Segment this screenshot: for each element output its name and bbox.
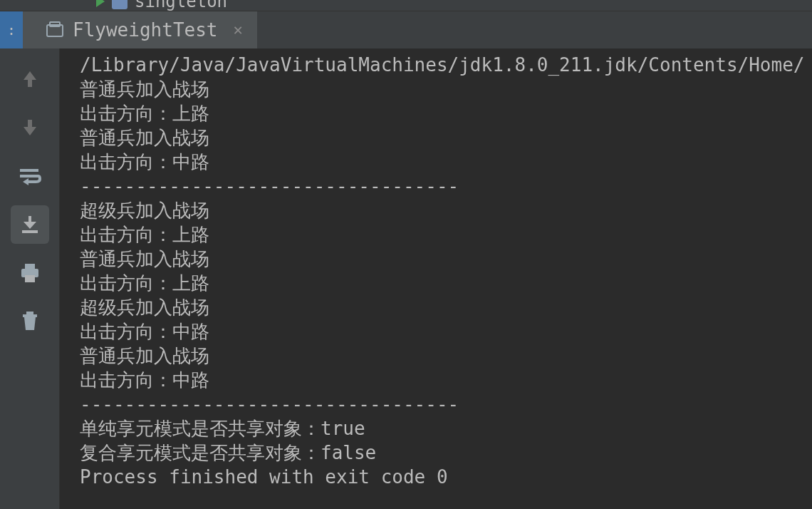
print-button[interactable] <box>11 254 49 292</box>
console-line: 出击方向：上路 <box>80 271 812 295</box>
run-config-icon <box>46 21 64 39</box>
tab-flyweight-test[interactable]: FlyweightTest ✕ <box>23 11 257 48</box>
console-line: 出击方向：中路 <box>80 319 812 344</box>
top-bar: singleton <box>0 0 812 11</box>
close-icon[interactable]: ✕ <box>234 22 243 38</box>
svg-rect-5 <box>25 264 35 269</box>
console-output[interactable]: /Library/Java/JavaVirtualMachines/jdk1.8… <box>60 48 812 509</box>
console-line: 普通兵加入战场 <box>80 77 812 101</box>
console-line: 出击方向：中路 <box>80 150 812 174</box>
trash-icon <box>21 311 39 332</box>
console-line: 超级兵加入战场 <box>80 295 812 319</box>
play-icon <box>96 0 105 7</box>
soft-wrap-button[interactable] <box>11 157 49 195</box>
svg-rect-3 <box>20 175 38 178</box>
console-line: ---------------------------------- <box>80 174 812 198</box>
run-panel-label[interactable]: : <box>0 11 23 48</box>
console-line: Process finished with exit code 0 <box>80 465 812 489</box>
console-line: /Library/Java/JavaVirtualMachines/jdk1.8… <box>80 53 812 77</box>
console-line: 普通兵加入战场 <box>80 125 812 150</box>
console-content: /Library/Java/JavaVirtualMachines/jdk1.8… <box>80 53 812 489</box>
scroll-to-end-button[interactable] <box>11 205 49 244</box>
tab-label: FlyweightTest <box>73 19 218 41</box>
run-toolbar: : FlyweightTest ✕ <box>0 11 812 48</box>
arrow-down-icon <box>21 117 39 138</box>
console-line: 单纯享元模式是否共享对象：true <box>80 416 812 441</box>
scroll-end-icon <box>19 215 41 235</box>
svg-rect-4 <box>22 230 38 233</box>
console-line: 出击方向：中路 <box>80 368 812 392</box>
top-bar-module[interactable]: singleton <box>96 0 227 11</box>
svg-rect-2 <box>20 169 38 172</box>
down-stacktrace-button[interactable] <box>11 108 49 147</box>
module-icon <box>112 0 127 9</box>
up-stacktrace-button[interactable] <box>11 60 49 98</box>
clear-button[interactable] <box>11 302 49 341</box>
console-line: 出击方向：上路 <box>80 222 812 247</box>
main-area: /Library/Java/JavaVirtualMachines/jdk1.8… <box>0 48 812 509</box>
left-toolbar <box>0 48 60 509</box>
console-line: ---------------------------------- <box>80 392 812 416</box>
print-icon <box>19 263 41 283</box>
svg-rect-7 <box>25 275 35 282</box>
svg-rect-9 <box>23 314 37 317</box>
console-line: 普通兵加入战场 <box>80 247 812 271</box>
console-line: 超级兵加入战场 <box>80 198 812 222</box>
run-tabs: FlyweightTest ✕ <box>23 11 257 48</box>
soft-wrap-icon <box>19 166 41 186</box>
console-line: 普通兵加入战场 <box>80 344 812 368</box>
module-label: singleton <box>135 0 227 11</box>
console-line: 复合享元模式是否共享对象：false <box>80 441 812 465</box>
svg-rect-8 <box>26 312 33 314</box>
arrow-up-icon <box>21 68 39 90</box>
console-line: 出击方向：上路 <box>80 101 812 125</box>
